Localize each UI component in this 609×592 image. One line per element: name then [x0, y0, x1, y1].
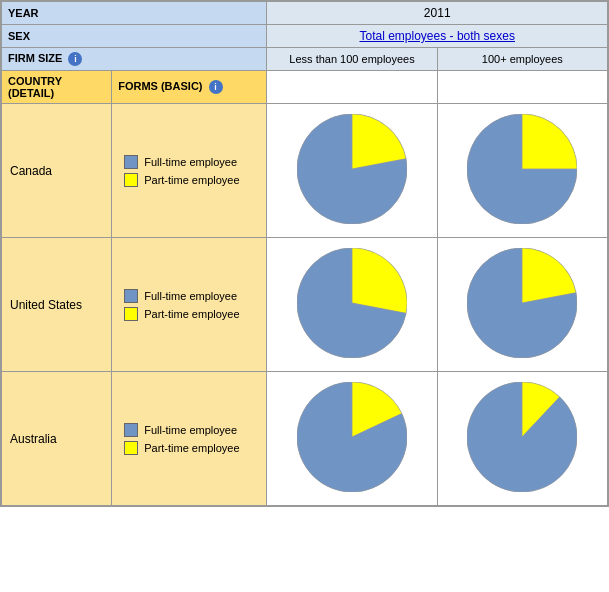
sex-label: SEX	[2, 25, 267, 48]
legend-color-box	[124, 173, 138, 187]
pie-chart-less-100	[267, 238, 437, 372]
main-table-wrapper: YEAR 2011 SEX Total employees - both sex…	[0, 0, 609, 507]
sex-value-link[interactable]: Total employees - both sexes	[360, 29, 515, 43]
pie-chart-100-plus	[437, 104, 607, 238]
legend-item: Full-time employee	[124, 155, 254, 169]
year-value: 2011	[267, 2, 608, 25]
pie-chart-100-plus	[437, 372, 607, 506]
legend-color-box	[124, 155, 138, 169]
firm-size-label: FIRM SIZE i	[2, 48, 267, 71]
legend-item: Part-time employee	[124, 307, 254, 321]
table-row: AustraliaFull-time employeePart-time emp…	[2, 372, 608, 506]
pie-chart-less-100	[267, 372, 437, 506]
legend-item: Full-time employee	[124, 423, 254, 437]
legend-color-box	[124, 423, 138, 437]
table-row: CanadaFull-time employeePart-time employ…	[2, 104, 608, 238]
firm-size-info-icon[interactable]: i	[68, 52, 82, 66]
legend-label: Part-time employee	[144, 174, 239, 186]
legend-label: Full-time employee	[144, 156, 237, 168]
chart-col1-header	[267, 71, 437, 104]
sex-value: Total employees - both sexes	[267, 25, 608, 48]
legend-label: Full-time employee	[144, 290, 237, 302]
legend-color-box	[124, 307, 138, 321]
year-label: YEAR	[2, 2, 267, 25]
table-row: United StatesFull-time employeePart-time…	[2, 238, 608, 372]
legend-color-box	[124, 289, 138, 303]
forms-basic-header: FORMS (BASIC) i	[112, 71, 267, 104]
pie-chart-less-100	[267, 104, 437, 238]
forms-cell: Full-time employeePart-time employee	[112, 372, 267, 506]
pie-chart-100-plus	[437, 238, 607, 372]
country-cell: Australia	[2, 372, 112, 506]
legend-label: Full-time employee	[144, 424, 237, 436]
legend-color-box	[124, 441, 138, 455]
forms-info-icon[interactable]: i	[209, 80, 223, 94]
legend-label: Part-time employee	[144, 308, 239, 320]
chart-col2-header	[437, 71, 607, 104]
forms-cell: Full-time employeePart-time employee	[112, 238, 267, 372]
firm-size-col2: 100+ employees	[437, 48, 607, 71]
country-cell: Canada	[2, 104, 112, 238]
firm-size-col1: Less than 100 employees	[267, 48, 437, 71]
country-cell: United States	[2, 238, 112, 372]
legend-item: Part-time employee	[124, 173, 254, 187]
legend-item: Part-time employee	[124, 441, 254, 455]
forms-cell: Full-time employeePart-time employee	[112, 104, 267, 238]
country-detail-header: COUNTRY (DETAIL)	[2, 71, 112, 104]
legend-label: Part-time employee	[144, 442, 239, 454]
legend-item: Full-time employee	[124, 289, 254, 303]
